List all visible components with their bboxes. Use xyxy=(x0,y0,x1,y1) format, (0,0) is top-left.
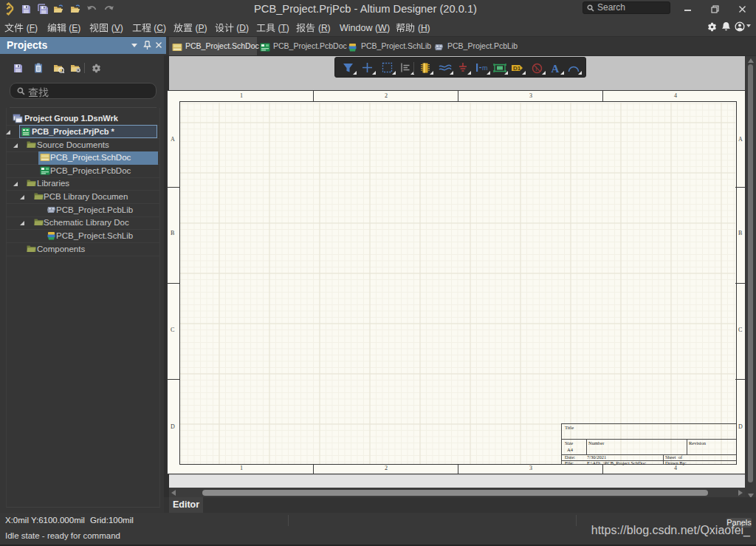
svg-text:D1: D1 xyxy=(513,65,521,72)
svg-text:A: A xyxy=(551,63,560,75)
